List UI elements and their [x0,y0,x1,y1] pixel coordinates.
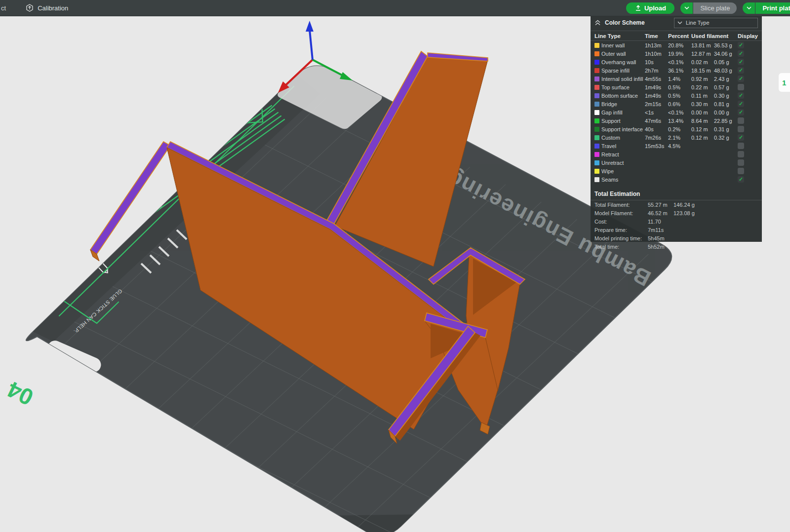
row-filament-length: 0.02 m [691,59,714,65]
line-color-swatch [594,177,599,182]
plate-number: 1 [782,78,786,87]
display-checkbox[interactable]: ✓ [738,143,744,149]
row-time: 1h10m [645,51,668,57]
line-type-row: Bottom surface1m49s0.5%0.11 m0.30 g✓ [591,91,762,100]
row-label: Overhang wall [601,59,645,65]
total-row: Total Filament:55.27 m146.24 g [591,200,762,209]
total-value-1: 55.27 m [648,202,673,208]
line-type-row: Support47m6s13.4%8.64 m22.85 g✓ [591,116,762,125]
line-type-row: Custom7m26s2.1%0.12 m0.32 g✓ [591,133,762,142]
display-checkbox[interactable]: ✓ [738,84,744,90]
display-checkbox[interactable]: ✓ [738,151,744,157]
row-percent: 0.5% [668,93,691,99]
display-checkbox[interactable]: ✓ [738,126,744,132]
row-filament-length: 0.22 m [691,84,714,90]
display-checkbox[interactable]: ✓ [738,67,744,74]
display-checkbox[interactable]: ✓ [738,159,744,166]
clipped-menu-item[interactable]: ct [1,4,6,12]
line-type-row: Bridge2m15s0.6%0.30 m0.81 g✓ [591,100,762,108]
row-filament-length: 18.15 m [691,68,714,74]
display-checkbox[interactable]: ✓ [738,50,744,57]
display-checkbox[interactable]: ✓ [738,59,744,65]
row-percent: 2.1% [668,135,691,141]
line-type-row: Outer wall1h10m19.9%12.87 m34.06 g✓ [591,49,762,58]
display-checkbox[interactable]: ✓ [738,176,744,183]
total-value-2 [673,235,708,241]
row-time: 4m55s [645,76,668,82]
slice-plate-button[interactable]: Slice plate [693,2,737,14]
total-value-2 [673,219,708,225]
row-percent: 1.4% [668,76,691,82]
line-color-swatch [594,160,599,165]
col-percent: Percent [668,33,691,39]
row-percent: 19.9% [668,51,691,57]
row-label: Sparse infill [601,68,645,74]
line-color-swatch [594,118,599,123]
row-time: 1m49s [645,84,668,90]
collapse-panel-icon[interactable] [594,20,601,26]
row-percent: 0.2% [668,126,691,132]
line-color-swatch [594,85,599,90]
total-value-2: 123.08 g [673,210,708,216]
display-checkbox[interactable]: ✓ [738,92,744,99]
line-color-swatch [594,152,599,157]
panel-title: Color Scheme [605,19,645,26]
upload-button[interactable]: Upload [626,2,674,14]
row-filament-length: 0.12 m [691,126,714,132]
line-type-row: Support interface40s0.2%0.12 m0.31 g✓ [591,125,762,133]
line-color-swatch [594,93,599,98]
row-filament-weight: 22.85 g [714,118,738,124]
view-mode-dropdown[interactable]: Line Type [674,18,758,28]
tab-calibration[interactable]: Calibration [26,4,68,12]
row-time: 7m26s [645,135,668,141]
chevron-down-icon [677,21,682,24]
row-filament-length: 0.30 m [691,101,714,107]
col-used-filament: Used filament [691,33,738,39]
top-toolbar: ct Calibration Upload Slice plate [0,0,790,16]
total-value-1: 5h52m [648,244,673,250]
display-checkbox[interactable]: ✓ [738,134,744,141]
row-percent: <0.1% [668,59,691,65]
display-checkbox[interactable]: ✓ [738,117,744,124]
print-dropdown-button[interactable] [743,2,755,14]
row-label: Retract [601,152,645,157]
display-checkbox[interactable]: ✓ [738,168,744,174]
total-label: Model printing time: [594,235,648,241]
line-color-swatch [594,102,599,107]
display-checkbox[interactable]: ✓ [738,109,744,115]
print-combo: Print plate [743,2,790,14]
row-filament-weight: 0.31 g [714,126,738,132]
row-filament-length: 0.12 m [691,135,714,141]
slice-combo: Slice plate [680,2,737,14]
row-label: Internal solid infill [601,76,645,82]
total-estimation-table: Total Filament:55.27 m146.24 gModel Fila… [591,200,762,251]
print-plate-button[interactable]: Print plate [755,2,790,14]
line-color-swatch [594,144,599,149]
row-percent: 20.8% [668,42,691,48]
row-label: Gap infill [601,110,645,115]
display-checkbox[interactable]: ✓ [738,42,744,48]
total-value-1: 46.52 m [648,210,673,216]
row-label: Seams [601,177,645,183]
display-checkbox[interactable]: ✓ [738,101,744,107]
line-type-row: Wipe✓ [591,167,762,175]
line-color-swatch [594,76,599,81]
row-filament-length: 0.11 m [691,93,714,99]
total-value-2 [673,227,708,233]
line-color-swatch [594,43,599,48]
row-filament-weight: 0.57 g [714,84,738,90]
plate-number-card[interactable]: 1 [779,73,790,92]
col-time: Time [645,33,668,39]
total-label: Total Filament: [594,202,648,208]
row-filament-weight: 36.53 g [714,42,738,48]
row-label: Wipe [601,168,645,174]
display-checkbox[interactable]: ✓ [738,76,744,82]
dropdown-value: Line Type [686,20,710,26]
row-label: Unretract [601,160,645,166]
row-filament-weight: 0.81 g [714,101,738,107]
line-type-row: Inner wall1h13m20.8%13.81 m36.53 g✓ [591,41,762,49]
row-percent: 13.4% [668,118,691,124]
row-percent: 0.6% [668,101,691,107]
line-color-swatch [594,68,599,73]
slice-dropdown-button[interactable] [680,2,693,14]
